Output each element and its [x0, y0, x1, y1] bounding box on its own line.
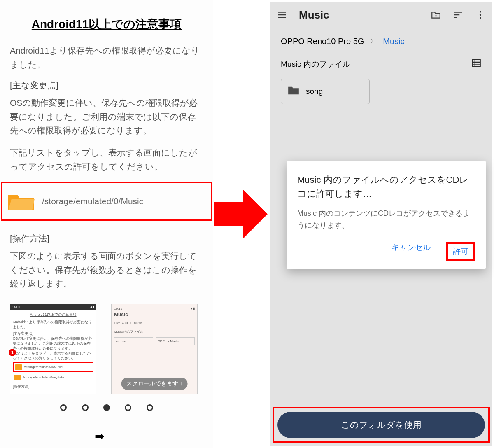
howto-heading: [操作方法] — [10, 233, 203, 244]
use-folder-highlight: このフォルダを使用 — [273, 407, 490, 443]
instructions-pane: Android11以上での注意事項 Android11より保存先への権限取得が必… — [0, 0, 213, 448]
dot-4[interactable] — [125, 404, 131, 411]
permission-dialog: Music 内のファイルへのアクセスをCDレコに許可します… Music 内のコ… — [287, 161, 486, 269]
storage-path-text: /storage/emulated/0/Music — [42, 196, 143, 206]
intro-text: Android11より保存先への権限取得が必要になりました。 — [10, 44, 203, 71]
dot-1[interactable] — [60, 404, 67, 411]
howto-body: 下図のように表示する画面のボタンを実行してください。保存先が複数あるときはこの操… — [10, 249, 203, 291]
big-arrow-icon — [214, 187, 268, 241]
storage-path-item[interactable]: /storage/emulated/0/Music — [1, 182, 212, 221]
use-folder-button[interactable]: このフォルダを使用 — [277, 412, 485, 438]
arrow-right-icon: ➡ — [95, 429, 104, 443]
dialog-body: Music 内のコンテンツにCDレコがアクセスできるようになります。 — [297, 208, 475, 231]
allow-button[interactable]: 許可 — [446, 242, 475, 261]
step-badge-1: 1 — [9, 349, 16, 356]
folder-open-icon — [7, 191, 35, 212]
changes-para-2: 下記リストをタップし、表示する画面にしたがってアクセスの許可をしてください。 — [10, 146, 203, 173]
thumbnail-step-2: 10:11▾ ▮ Music Pixel 4 XL 〉 Music Music … — [111, 304, 198, 394]
page-title: Android11以上での注意事項 — [10, 16, 203, 32]
dot-3[interactable] — [103, 404, 110, 411]
cancel-button[interactable]: キャンセル — [391, 242, 431, 261]
changes-para-1: OSの動作変更に伴い、保存先への権限取得が必要になりました。ご利用の端末では以下… — [10, 96, 203, 138]
changes-heading: [主な変更点] — [10, 79, 203, 91]
dot-5[interactable] — [147, 404, 153, 411]
thumbnail-step-1: 1 14:01◂ ▮ Android11以上での注意事項 Android11より… — [10, 304, 96, 394]
dialog-title: Music 内のファイルへのアクセスをCDレコに許可します… — [297, 173, 475, 201]
dot-2[interactable] — [82, 404, 89, 411]
file-picker-pane: Music OPPO Reno10 Pro 5G 〉 Music Music 内… — [268, 0, 494, 448]
thumbnail-row: 1 14:01◂ ▮ Android11以上での注意事項 Android11より… — [10, 304, 203, 394]
page-indicator[interactable] — [10, 404, 203, 413]
scroll-hint: スクロールできます ↓ — [121, 378, 188, 390]
